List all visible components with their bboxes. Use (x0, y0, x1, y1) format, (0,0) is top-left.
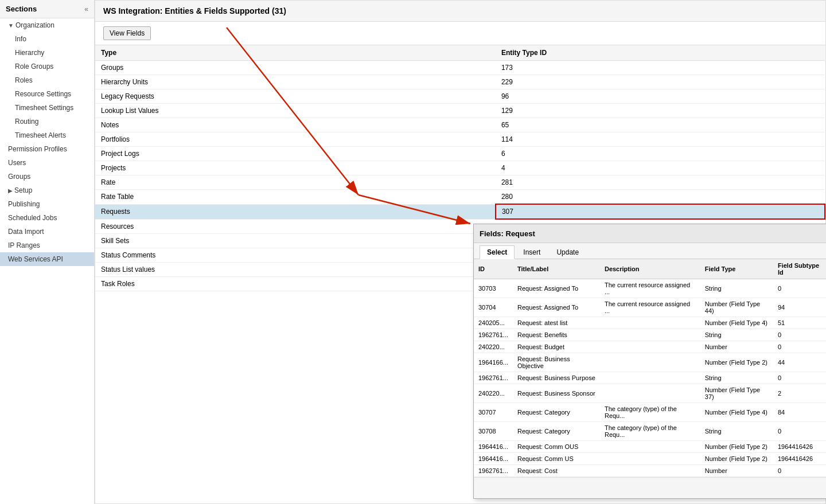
fields-cell-field_type: Number (700, 341, 773, 353)
table-row[interactable]: Legacy Requests96 (95, 89, 825, 104)
list-item[interactable]: 1962761...Request: BenefitsString00 (474, 329, 826, 341)
fields-dialog: Fields: Request 🖨 ⛶ ✕ Select Insert Upda… (473, 224, 826, 499)
fields-cell-description (600, 465, 700, 477)
sidebar-item-publishing[interactable]: Publishing (0, 197, 94, 211)
sidebar-item-setup[interactable]: ▶Setup (0, 183, 94, 197)
fields-table-container[interactable]: ID Title/Label Description Field Type Fi… (474, 259, 826, 477)
sidebar-item-role-groups[interactable]: Role Groups (0, 60, 94, 73)
table-row[interactable]: Groups173 (95, 61, 825, 75)
ws-cell-entity-id: 280 (496, 190, 825, 205)
fields-cell-subtype_id: 44 (773, 353, 826, 372)
sidebar-item-ip-ranges[interactable]: IP Ranges (0, 239, 94, 252)
fields-cell-description (600, 441, 700, 453)
fields-cell-id: 1964416... (474, 453, 513, 465)
ws-cell-type: Lookup List Values (95, 104, 496, 118)
sidebar-item-info[interactable]: Info (0, 32, 94, 46)
sidebar-items: ▼OrganizationInfoHierarchyRole GroupsRol… (0, 18, 94, 266)
table-row[interactable]: Hierarchy Units229 (95, 75, 825, 89)
table-row[interactable]: Lookup List Values129 (95, 104, 825, 118)
list-item[interactable]: 1962761...Request: Business PurposeStrin… (474, 372, 826, 384)
fields-cell-id: 1962761... (474, 465, 513, 477)
fields-cell-title: Request: Assigned To (513, 298, 600, 317)
sidebar-item-web-services-api[interactable]: Web Services API (0, 252, 94, 266)
fields-cell-field_type: Number (Field Type 37) (700, 384, 773, 403)
fields-cell-subtype_id: 0 (773, 329, 826, 341)
sidebar-item-hierarchy[interactable]: Hierarchy (0, 46, 94, 60)
fields-cell-field_type: Number (Field Type 4) (700, 317, 773, 329)
list-item[interactable]: 30708Request: CategoryThe category (type… (474, 422, 826, 441)
ws-cell-type: Groups (95, 61, 496, 75)
ws-col-type: Type (95, 45, 496, 61)
list-item[interactable]: 1964416...Request: Comm OUSNumber (Field… (474, 441, 826, 453)
sidebar-collapse-btn[interactable]: « (84, 5, 88, 13)
tab-update[interactable]: Update (549, 245, 586, 259)
sidebar-item-scheduled-jobs[interactable]: Scheduled Jobs (0, 211, 94, 225)
fields-cell-id: 1962761... (474, 329, 513, 341)
fields-cell-title: Request: Business Purpose (513, 372, 600, 384)
fields-cell-field_type: String (700, 329, 773, 341)
sidebar-label-setup: Setup (14, 186, 32, 194)
list-item[interactable]: 30704Request: Assigned ToThe current res… (474, 298, 826, 317)
sidebar-label-publishing: Publishing (8, 200, 40, 208)
table-row[interactable]: Requests307 (95, 204, 825, 219)
ws-col-entity-id: Entity Type ID (496, 45, 825, 61)
expand-icon-setup: ▶ (8, 187, 13, 194)
main-content: WS Integration: Entities & Fields Suppor… (95, 0, 826, 504)
ws-cell-type: Notes (95, 118, 496, 132)
sidebar-label-users: Users (8, 159, 26, 167)
list-item[interactable]: 30703Request: Assigned ToThe current res… (474, 279, 826, 298)
fields-tabs: Select Insert Update (474, 243, 826, 259)
sidebar-label-groups: Groups (8, 173, 30, 181)
fields-cell-id: 240220... (474, 341, 513, 353)
sidebar-item-groups[interactable]: Groups (0, 170, 94, 183)
fields-cell-description (600, 372, 700, 384)
ws-cell-entity-id: 4 (496, 161, 825, 175)
list-item[interactable]: 240220...Request: Business SponsorNumber… (474, 384, 826, 403)
sidebar-item-routing[interactable]: Routing (0, 115, 94, 128)
fields-cell-subtype_id: 0 (773, 422, 826, 441)
fields-cell-subtype_id: 1964416426 (773, 441, 826, 453)
sidebar-item-organization[interactable]: ▼Organization (0, 18, 94, 32)
ws-cell-entity-id: 173 (496, 61, 825, 75)
list-item[interactable]: 1962761...Request: CostNumber00 (474, 465, 826, 477)
list-item[interactable]: 1964166...Request: Business ObjectiveNum… (474, 353, 826, 372)
table-row[interactable]: Rate Table280 (95, 190, 825, 205)
fields-cell-id: 240205... (474, 317, 513, 329)
tab-select[interactable]: Select (480, 245, 515, 259)
sidebar-label-hierarchy: Hierarchy (15, 49, 44, 57)
tab-insert[interactable]: Insert (516, 245, 548, 259)
view-fields-button[interactable]: View Fields (103, 26, 151, 40)
fields-cell-title: Request: Business Sponsor (513, 384, 600, 403)
fields-cell-id: 30708 (474, 422, 513, 441)
sidebar-item-timesheet-settings[interactable]: Timesheet Settings (0, 101, 94, 115)
sidebar-item-roles[interactable]: Roles (0, 73, 94, 87)
fields-cell-subtype_id: 1964416426 (773, 453, 826, 465)
list-item[interactable]: 30707Request: CategoryThe category (type… (474, 403, 826, 422)
sidebar-item-data-import[interactable]: Data Import (0, 225, 94, 239)
list-item[interactable]: 1964416...Request: Comm USNumber (Field … (474, 453, 826, 465)
sidebar-item-users[interactable]: Users (0, 156, 94, 170)
fields-cell-description (600, 317, 700, 329)
sidebar: Sections « ▼OrganizationInfoHierarchyRol… (0, 0, 95, 504)
fields-cell-title: Request: Benefits (513, 329, 600, 341)
ws-cell-entity-id: 65 (496, 118, 825, 132)
table-row[interactable]: Portfolios114 (95, 132, 825, 147)
table-row[interactable]: Notes65 (95, 118, 825, 132)
fields-cell-field_type: String (700, 372, 773, 384)
sidebar-item-timesheet-alerts[interactable]: Timesheet Alerts (0, 128, 94, 142)
table-row[interactable]: Project Logs6 (95, 147, 825, 161)
fields-col-type: Field Type (700, 259, 773, 279)
ws-cell-type: Rate (95, 175, 496, 190)
fields-cell-description (600, 453, 700, 465)
sidebar-item-resource-settings[interactable]: Resource Settings (0, 87, 94, 101)
table-row[interactable]: Projects4 (95, 161, 825, 175)
fields-cell-id: 1964166... (474, 353, 513, 372)
table-row[interactable]: Rate281 (95, 175, 825, 190)
fields-cell-field_type: Number (Field Type 4) (700, 403, 773, 422)
list-item[interactable]: 240220...Request: BudgetNumber00 (474, 341, 826, 353)
sidebar-label-scheduled-jobs: Scheduled Jobs (8, 214, 57, 222)
list-item[interactable]: 240205...Request: atest listNumber (Fiel… (474, 317, 826, 329)
ws-cell-entity-id: 129 (496, 104, 825, 118)
sidebar-label-timesheet-settings: Timesheet Settings (15, 104, 73, 112)
sidebar-item-permission-profiles[interactable]: Permission Profiles (0, 142, 94, 156)
